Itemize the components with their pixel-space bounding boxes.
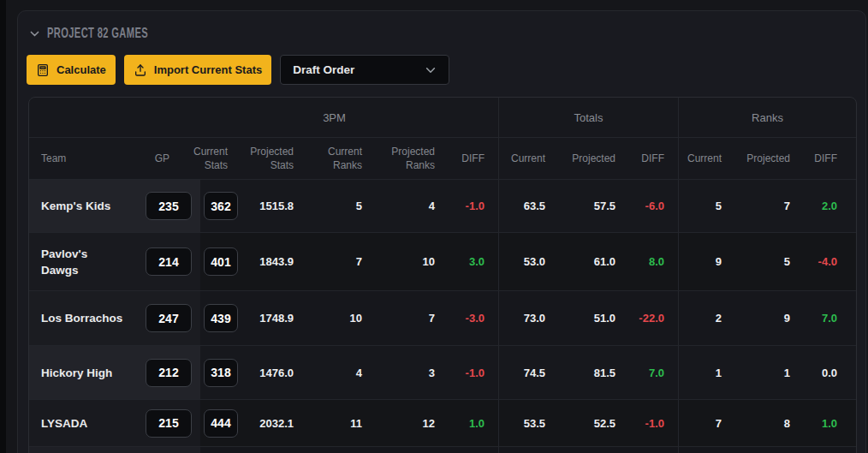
chevron-down-icon (425, 64, 437, 76)
totals-projected-value: 52.5 (559, 400, 629, 446)
ranks-diff-value (804, 447, 856, 453)
diff-value (449, 447, 498, 453)
table-row: Los Borrachos 1748.9 10 7 -3.0 73.0 51.0… (29, 290, 856, 345)
gp-input[interactable] (146, 304, 192, 332)
current-stats-input[interactable] (204, 192, 238, 220)
sort-order-value: Draft Order (293, 63, 354, 76)
ranks-projected-value: 5 (735, 233, 804, 290)
col-totals-current: Current (498, 138, 559, 179)
panel-title: PROJECT 82 GAMES (47, 26, 148, 42)
col-totals-projected: Projected (559, 138, 629, 179)
team-name: LYSADA (29, 400, 142, 446)
import-current-stats-button[interactable]: Import Current Stats (124, 55, 271, 85)
current-stats-cell (200, 180, 241, 232)
import-button-label: Import Current Stats (154, 63, 262, 76)
collapse-chevron-icon[interactable] (28, 27, 40, 39)
projected-stats-value: 2032.1 (241, 400, 307, 446)
totals-diff-value: -1.0 (629, 400, 678, 446)
gp-cell (142, 180, 200, 232)
gp-input[interactable] (146, 359, 192, 387)
ranks-current-value: 9 (678, 233, 735, 290)
col-projected-stats: Projected Stats (241, 138, 307, 179)
totals-current-value: 53.5 (498, 400, 559, 446)
diff-value: -1.0 (449, 346, 498, 399)
project-82-games-panel: PROJECT 82 GAMES Calculate Import Curren… (17, 10, 866, 453)
projected-ranks-value: 3 (376, 346, 449, 399)
col-current-stats: Current Stats (200, 138, 241, 179)
current-stats-input[interactable] (204, 409, 238, 438)
calculate-button[interactable]: Calculate (27, 55, 116, 85)
table-row: Hickory High 1476.0 4 3 -1.0 74.5 81.5 7… (29, 345, 856, 399)
ranks-projected-value: 9 (735, 291, 804, 345)
current-stats-input[interactable] (204, 359, 238, 387)
totals-current-value (498, 447, 559, 453)
totals-diff-value: -22.0 (629, 291, 678, 345)
current-ranks-value: 5 (307, 180, 376, 232)
sort-order-select[interactable]: Draft Order (280, 55, 449, 85)
totals-diff-value (629, 447, 678, 453)
col-totals-diff: DIFF (629, 138, 678, 179)
gp-input[interactable] (146, 247, 192, 276)
totals-current-value: 73.0 (498, 291, 559, 345)
table-row-partial (29, 446, 856, 453)
diff-value: -1.0 (449, 180, 498, 232)
current-ranks-value: 7 (307, 233, 376, 290)
projected-stats-value: 1515.8 (241, 180, 307, 232)
col-ranks-current: Current (678, 138, 735, 179)
projected-ranks-value (376, 447, 449, 453)
current-stats-cell (200, 233, 241, 290)
ranks-current-value: 2 (678, 291, 735, 345)
totals-projected-value: 61.0 (559, 233, 629, 290)
current-ranks-value: 4 (307, 346, 376, 399)
table-body: Kemp's Kids 1515.8 5 4 -1.0 63.5 57.5 -6… (29, 179, 856, 453)
table-column-header: Team GP Current Stats Projected Stats Cu… (29, 137, 856, 179)
totals-projected-value: 81.5 (559, 346, 629, 399)
table-row: LYSADA 2032.1 11 12 1.0 53.5 52.5 -1.0 7… (29, 399, 856, 446)
current-ranks-value: 11 (307, 400, 376, 446)
gp-cell (142, 291, 200, 345)
ranks-diff-value: 1.0 (804, 400, 856, 446)
ranks-current-value: 1 (678, 346, 735, 399)
team-name: Hickory High (29, 346, 142, 399)
ranks-diff-value: 2.0 (804, 180, 856, 232)
col-ranks-diff: DIFF (804, 138, 856, 179)
ranks-current-value (678, 447, 735, 453)
stats-table: 3PM Totals Ranks Team GP Current Stats P… (28, 97, 857, 453)
current-stats-input[interactable] (204, 247, 238, 276)
col-diff: DIFF (449, 138, 498, 179)
table-row: Kemp's Kids 1515.8 5 4 -1.0 63.5 57.5 -6… (29, 179, 856, 232)
group-ranks: Ranks (678, 98, 856, 137)
totals-projected-value (559, 447, 629, 453)
ranks-current-value: 7 (678, 400, 735, 446)
projected-ranks-value: 10 (376, 233, 449, 290)
totals-current-value: 53.0 (498, 233, 559, 290)
diff-value: 1.0 (449, 400, 498, 446)
current-stats-cell (200, 291, 241, 345)
col-current-ranks: Current Ranks (307, 138, 376, 179)
totals-current-value: 74.5 (498, 346, 559, 399)
totals-current-value: 63.5 (498, 180, 559, 232)
current-stats-cell (200, 346, 241, 399)
page-left-edge (0, 0, 6, 453)
current-ranks-value (307, 447, 376, 453)
diff-value: -3.0 (449, 291, 498, 345)
projected-stats-value: 1748.9 (241, 291, 307, 345)
projected-ranks-value: 12 (376, 400, 449, 446)
ranks-diff-value: 7.0 (804, 291, 856, 345)
gp-cell (142, 447, 200, 453)
gp-input[interactable] (146, 409, 192, 438)
gp-input[interactable] (146, 192, 192, 220)
current-stats-cell (200, 400, 241, 446)
col-gp: GP (142, 138, 200, 179)
totals-diff-value: -6.0 (629, 180, 678, 232)
calculator-icon (36, 63, 50, 77)
calculate-button-label: Calculate (56, 63, 106, 76)
current-ranks-value: 10 (307, 291, 376, 345)
col-projected-ranks: Projected Ranks (376, 138, 449, 179)
diff-value: 3.0 (449, 233, 498, 290)
totals-projected-value: 51.0 (559, 291, 629, 345)
table-group-header: 3PM Totals Ranks (29, 98, 856, 137)
current-stats-input[interactable] (204, 304, 238, 332)
group-3pm: 3PM (29, 98, 498, 137)
ranks-diff-value: -4.0 (804, 233, 856, 290)
